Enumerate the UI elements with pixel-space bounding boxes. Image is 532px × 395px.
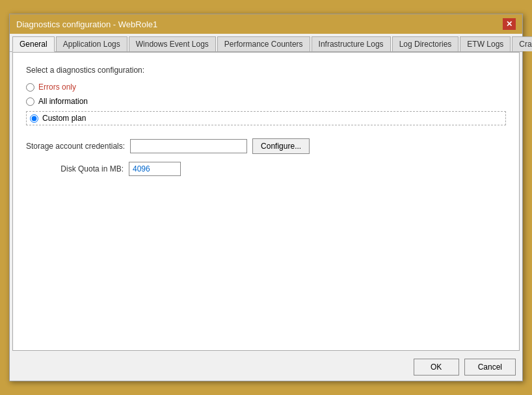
storage-row: Storage account credentials: Configure..…: [26, 138, 506, 154]
storage-label: Storage account credentials:: [26, 142, 125, 151]
footer: OK Cancel: [10, 353, 522, 381]
tab-etw-logs[interactable]: ETW Logs: [460, 36, 511, 51]
radio-custom-plan-input[interactable]: [30, 114, 38, 123]
radio-errors-only[interactable]: Errors only: [26, 83, 506, 92]
disk-label: Disk Quota in MB:: [26, 164, 124, 173]
cancel-button[interactable]: Cancel: [464, 359, 516, 376]
radio-all-information[interactable]: All information: [26, 97, 506, 106]
disk-quota-input[interactable]: [129, 162, 181, 176]
radio-all-information-input[interactable]: [26, 97, 34, 106]
section-label: Select a diagnostics configuration:: [26, 66, 506, 75]
tab-infrastructure-logs[interactable]: Infrastructure Logs: [312, 36, 391, 51]
tab-windows-event-logs[interactable]: Windows Event Logs: [129, 36, 216, 51]
radio-errors-only-label: Errors only: [38, 83, 76, 92]
tab-application-logs[interactable]: Application Logs: [56, 36, 127, 51]
storage-input[interactable]: [130, 139, 247, 153]
tab-crash-dumps[interactable]: Crash Dumps: [512, 36, 532, 51]
disk-quota-row: Disk Quota in MB:: [26, 162, 506, 176]
radio-custom-plan-label: Custom plan: [42, 114, 86, 123]
radio-group: Errors only All information Custom plan: [26, 83, 506, 125]
close-icon: ✕: [506, 19, 512, 29]
radio-custom-plan[interactable]: Custom plan: [30, 114, 86, 123]
tab-performance-counters[interactable]: Performance Counters: [217, 36, 310, 51]
ok-button[interactable]: OK: [414, 359, 459, 376]
tab-general[interactable]: General: [12, 36, 55, 52]
title-bar: Diagnostics configuration - WebRole1 ✕: [10, 14, 522, 34]
close-button[interactable]: ✕: [503, 18, 516, 30]
tab-content: Select a diagnostics configuration: Erro…: [12, 52, 520, 351]
configure-button[interactable]: Configure...: [252, 138, 310, 154]
tab-bar: General Application Logs Windows Event L…: [10, 34, 522, 52]
dialog-body: General Application Logs Windows Event L…: [10, 34, 522, 353]
radio-errors-only-input[interactable]: [26, 83, 34, 92]
radio-all-information-label: All information: [38, 97, 88, 106]
dialog-window: Diagnostics configuration - WebRole1 ✕ G…: [9, 14, 523, 381]
tab-log-directories[interactable]: Log Directories: [392, 36, 459, 51]
custom-plan-row: Custom plan: [26, 111, 506, 125]
dialog-title: Diagnostics configuration - WebRole1: [16, 19, 157, 29]
